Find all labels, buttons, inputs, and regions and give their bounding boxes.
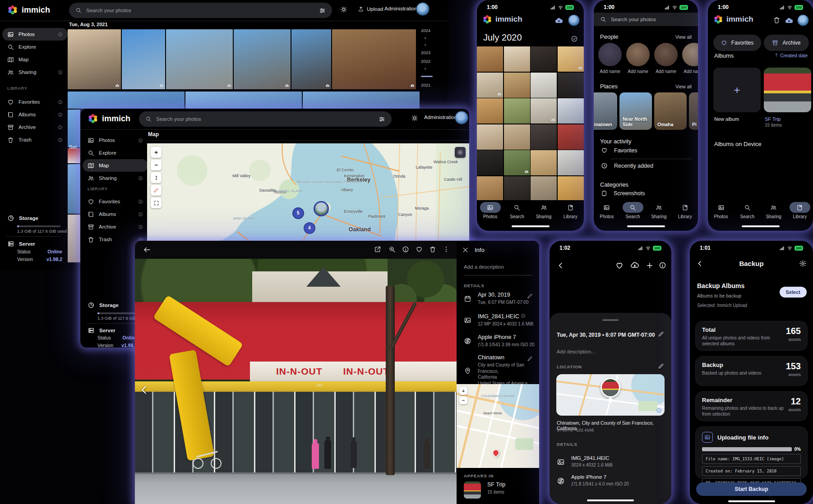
place-card[interactable]: Chinatown <box>594 92 617 130</box>
info-icon[interactable] <box>138 225 143 229</box>
edit-location-icon[interactable] <box>527 356 533 362</box>
sidebar-item-photos[interactable]: Photos <box>83 134 148 147</box>
photo-thumbnail[interactable] <box>122 29 165 89</box>
edit-date-icon[interactable] <box>527 293 533 299</box>
zoom-icon[interactable] <box>388 246 396 253</box>
album-row[interactable]: SF Trip15 items <box>464 481 535 499</box>
sync-cloud-icon[interactable] <box>785 16 794 25</box>
info-icon[interactable] <box>58 32 63 37</box>
category-item-screenshots[interactable]: Screenshots <box>601 190 645 197</box>
photo-thumbnail[interactable] <box>531 98 557 124</box>
person-avatar[interactable] <box>598 43 622 66</box>
info-icon[interactable] <box>138 212 143 217</box>
sync-cloud-icon[interactable] <box>554 16 564 25</box>
select-all-icon[interactable] <box>571 35 578 42</box>
place-card[interactable]: Pi <box>689 92 698 130</box>
map-draw-button[interactable] <box>151 185 162 196</box>
photo-thumbnail[interactable] <box>68 164 80 214</box>
photo-thumbnail[interactable] <box>558 73 584 98</box>
add-name-link[interactable]: Add name <box>596 69 624 74</box>
sidebar-item-archive[interactable]: Archive <box>83 220 148 233</box>
sidebar-item-albums[interactable]: Albums <box>2 108 68 121</box>
minimap-zoom-out[interactable]: − <box>459 396 467 404</box>
add-name-link[interactable]: Add name <box>624 69 652 74</box>
photo-thumbnail[interactable] <box>558 176 584 201</box>
sidebar-item-favorites[interactable]: Favorites <box>2 96 68 108</box>
back-button[interactable] <box>557 261 565 270</box>
file-info-icon[interactable] <box>521 313 526 318</box>
location-map[interactable] <box>556 374 665 416</box>
nav-tab-photos[interactable]: Photos <box>594 202 619 219</box>
nav-tab-library[interactable]: Library <box>558 202 583 219</box>
nav-tab-search[interactable]: Search <box>620 202 646 219</box>
sidebar-item-photos[interactable]: Photos <box>2 28 68 41</box>
sidebar-item-favorites[interactable]: Favorites <box>83 195 148 208</box>
photo-thumbnail[interactable] <box>68 215 80 262</box>
sidebar-item-explore[interactable]: Explore <box>2 41 68 53</box>
info-icon[interactable] <box>58 100 63 105</box>
description-input[interactable]: Add description... <box>557 349 595 354</box>
person-avatar[interactable] <box>654 43 678 66</box>
immich-logo[interactable]: immich <box>7 5 50 15</box>
new-album-card[interactable]: + <box>713 68 761 112</box>
nav-tab-library[interactable]: Library <box>672 202 698 219</box>
photo-thumbnail[interactable] <box>504 98 530 124</box>
info-icon[interactable] <box>58 137 63 142</box>
nav-tab-search[interactable]: Search <box>734 202 760 219</box>
photo-thumbnail[interactable] <box>332 29 416 89</box>
user-avatar[interactable] <box>568 14 580 26</box>
search-filters-icon[interactable] <box>379 116 385 123</box>
user-avatar[interactable] <box>416 2 430 16</box>
nav-tab-search[interactable]: Search <box>504 202 530 219</box>
close-info-button[interactable] <box>462 247 469 253</box>
sidebar-item-trash[interactable]: Trash <box>2 133 68 146</box>
people-view-all[interactable]: View all <box>675 34 692 40</box>
info-icon[interactable] <box>138 176 143 181</box>
photo-thumbnail[interactable] <box>477 73 503 98</box>
sidebar-item-map[interactable]: Map <box>2 53 68 66</box>
map-settings-button[interactable] <box>455 147 466 158</box>
info-icon[interactable] <box>138 138 143 143</box>
map-zoom-in-button[interactable]: + <box>151 147 162 158</box>
favorites-button[interactable]: Favorites <box>713 35 761 51</box>
sidebar-item-sharing[interactable]: Sharing <box>83 172 148 184</box>
immich-logo[interactable]: immich <box>88 113 130 124</box>
nav-tab-sharing[interactable]: Sharing <box>761 202 786 219</box>
activity-item-favorites[interactable]: Favorites <box>601 147 637 154</box>
search-input[interactable]: Search your photos <box>139 111 392 127</box>
photo-thumbnail[interactable] <box>68 110 80 147</box>
add-to-album-icon[interactable] <box>646 261 654 270</box>
nav-tab-photos[interactable]: Photos <box>708 202 734 219</box>
nav-tab-sharing[interactable]: Sharing <box>646 202 671 219</box>
photo-thumbnail[interactable] <box>504 73 530 98</box>
place-card[interactable]: Omaha <box>654 92 687 130</box>
photo-thumbnail[interactable] <box>234 29 291 89</box>
administration-link[interactable]: Administration <box>424 115 457 120</box>
previous-photo-button[interactable] <box>139 384 150 396</box>
places-view-all[interactable]: View all <box>675 84 692 89</box>
place-card[interactable]: Near North Side <box>619 92 652 130</box>
photo-thumbnail[interactable] <box>558 124 584 150</box>
description-input[interactable]: Add a description <box>464 264 504 270</box>
sidebar-item-archive[interactable]: Archive <box>2 121 68 133</box>
archive-button[interactable]: Archive <box>764 35 809 51</box>
info-icon[interactable] <box>58 125 63 130</box>
search-input[interactable]: Search your photos <box>69 3 332 18</box>
map-cluster-marker[interactable]: 4 <box>304 222 315 234</box>
info-icon[interactable] <box>402 246 409 253</box>
photo-thumbnail[interactable] <box>477 176 503 201</box>
photo-thumbnail[interactable] <box>531 46 557 72</box>
add-name-link[interactable]: Add name <box>652 69 680 74</box>
photo-thumbnail[interactable] <box>291 29 331 89</box>
add-name-link[interactable]: Add name <box>680 69 698 74</box>
map-attribution-icon[interactable] <box>656 408 662 413</box>
activity-item-recently-added[interactable]: Recently added <box>601 162 653 169</box>
photo-thumbnail[interactable] <box>531 124 557 150</box>
start-backup-button[interactable]: Start Backup <box>696 482 807 496</box>
photo-thumbnail[interactable] <box>68 148 80 163</box>
sidebar-item-explore[interactable]: Explore <box>83 147 148 159</box>
nav-tab-library[interactable]: Library <box>787 202 813 219</box>
sidebar-item-albums[interactable]: Albums <box>83 208 148 220</box>
photo-thumbnail[interactable] <box>303 92 420 109</box>
share-icon[interactable] <box>374 246 381 253</box>
